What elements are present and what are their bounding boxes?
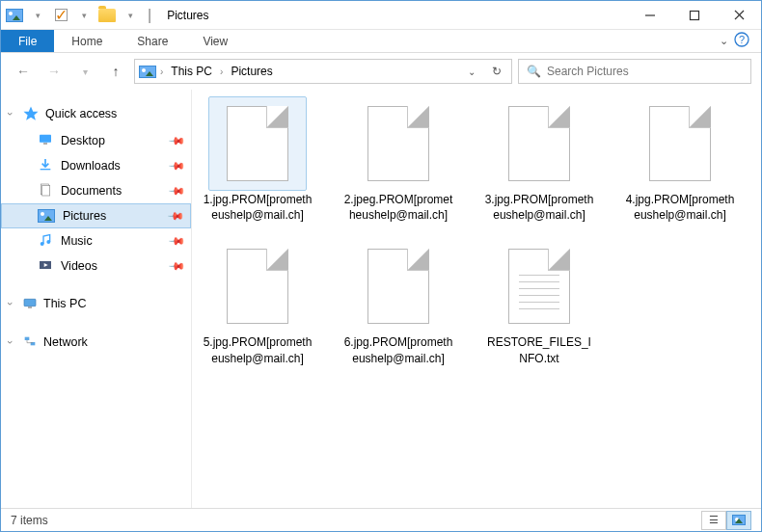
address-dropdown-icon[interactable]: ⌄: [461, 66, 482, 77]
sidebar-item-label: Music: [61, 234, 93, 248]
file-label: 3.jpg.PROM[prometheushelp@mail.ch]: [483, 192, 595, 223]
sidebar-network[interactable]: Network: [1, 331, 191, 356]
file-icon: [491, 240, 587, 332]
location-icon: [139, 66, 156, 78]
documents-icon: [38, 182, 53, 200]
svg-point-12: [41, 242, 44, 246]
svg-marker-6: [24, 107, 39, 120]
svg-rect-8: [43, 143, 47, 144]
file-label: 1.jpg.PROM[prometheushelp@mail.ch]: [202, 192, 313, 223]
app-icon[interactable]: [4, 5, 25, 26]
qat-dropdown-icon[interactable]: ▾: [120, 5, 141, 26]
sidebar-item-label: Videos: [61, 259, 97, 273]
tab-share[interactable]: Share: [120, 30, 185, 52]
checkbox-icon[interactable]: ✓: [50, 5, 71, 26]
file-item[interactable]: RESTORE_FILES_INFO.txt: [483, 240, 595, 365]
tab-view[interactable]: View: [185, 30, 245, 52]
details-view-button[interactable]: ☰: [701, 511, 726, 530]
maximize-button[interactable]: [672, 1, 717, 30]
pin-icon: 📌: [166, 206, 184, 225]
breadcrumb-folder[interactable]: Pictures: [227, 63, 276, 80]
sidebar-quick-access[interactable]: Quick access: [1, 101, 191, 128]
expand-ribbon-icon[interactable]: ⌄: [720, 35, 728, 47]
folder-icon[interactable]: [96, 5, 118, 26]
quick-access-toolbar: ▾ ✓ ▾ ▾: [3, 5, 142, 26]
up-button[interactable]: ↑: [103, 59, 128, 84]
svg-text:?: ?: [739, 34, 745, 45]
sidebar-item-videos[interactable]: Videos📌: [1, 253, 191, 279]
svg-rect-16: [24, 299, 36, 306]
sidebar-this-pc[interactable]: This PC: [1, 292, 191, 317]
pin-icon: 📌: [167, 256, 185, 275]
music-icon: [38, 232, 53, 251]
qat-dropdown-icon[interactable]: ▾: [27, 5, 48, 26]
sidebar-item-desktop[interactable]: Desktop📌: [1, 128, 191, 153]
forward-button[interactable]: →: [41, 59, 67, 84]
close-button[interactable]: [717, 1, 761, 30]
pin-icon: 📌: [167, 156, 185, 174]
videos-icon: [38, 257, 53, 276]
refresh-icon[interactable]: ↻: [486, 65, 507, 78]
svg-rect-9: [41, 169, 51, 170]
file-icon: [209, 240, 306, 332]
pc-icon: [22, 296, 38, 311]
minimize-button[interactable]: [628, 1, 672, 30]
pictures-icon: [38, 209, 55, 223]
sidebar-item-label: Pictures: [63, 209, 106, 223]
address-bar[interactable]: › This PC › Pictures ⌄ ↻: [134, 59, 512, 84]
search-box[interactable]: 🔍: [518, 59, 751, 84]
pin-icon: 📌: [167, 131, 185, 149]
file-item[interactable]: 6.jpg.PROM[prometheushelp@mail.ch]: [342, 240, 454, 365]
file-item[interactable]: 5.jpg.PROM[prometheushelp@mail.ch]: [202, 240, 313, 365]
search-input[interactable]: [547, 65, 743, 78]
file-item[interactable]: 1.jpg.PROM[prometheushelp@mail.ch]: [202, 97, 313, 223]
file-icon: [209, 97, 306, 190]
sidebar-item-music[interactable]: Music📌: [1, 228, 191, 253]
svg-rect-18: [25, 337, 30, 340]
content-area[interactable]: 1.jpg.PROM[prometheushelp@mail.ch]2.jpeg…: [192, 90, 761, 508]
titlebar: ▾ ✓ ▾ ▾ | Pictures: [1, 1, 761, 30]
svg-rect-11: [42, 185, 50, 196]
file-label: 2.jpeg.PROM[prometheushelp@mail.ch]: [342, 192, 454, 223]
ribbon: File Home Share View ⌄ ?: [1, 30, 761, 53]
file-label: RESTORE_FILES_INFO.txt: [483, 334, 595, 365]
help-icon[interactable]: ?: [734, 32, 749, 51]
file-tab[interactable]: File: [1, 30, 54, 52]
tab-home[interactable]: Home: [54, 30, 120, 52]
network-icon: [22, 334, 38, 350]
file-label: 4.jpg.PROM[prometheushelp@mail.ch]: [624, 192, 736, 223]
nav-toolbar: ← → ▾ ↑ › This PC › Pictures ⌄ ↻ 🔍: [1, 53, 761, 90]
sidebar-item-label: Documents: [61, 184, 122, 198]
svg-point-13: [46, 240, 50, 244]
item-count: 7 items: [11, 514, 48, 527]
qat-dropdown-icon[interactable]: ▾: [73, 5, 95, 26]
sidebar-item-downloads[interactable]: Downloads📌: [1, 153, 191, 178]
chevron-right-icon[interactable]: ›: [160, 66, 163, 77]
sidebar-item-documents[interactable]: Documents📌: [1, 178, 191, 203]
window-title: Pictures: [167, 9, 208, 22]
downloads-icon: [38, 157, 53, 175]
icons-view-button[interactable]: [726, 511, 751, 530]
file-item[interactable]: 3.jpg.PROM[prometheushelp@mail.ch]: [483, 97, 595, 223]
desktop-icon: [38, 132, 53, 150]
back-button[interactable]: ←: [11, 59, 36, 84]
pin-icon: 📌: [167, 231, 185, 250]
file-icon: [632, 97, 728, 190]
file-label: 6.jpg.PROM[prometheushelp@mail.ch]: [342, 334, 454, 365]
svg-rect-17: [28, 306, 32, 307]
sidebar-item-label: Downloads: [61, 159, 121, 173]
file-icon: [350, 97, 447, 190]
chevron-right-icon[interactable]: ›: [220, 66, 223, 77]
breadcrumb-root[interactable]: This PC: [167, 63, 216, 80]
search-icon: 🔍: [527, 65, 541, 78]
file-item[interactable]: 2.jpeg.PROM[prometheushelp@mail.ch]: [342, 97, 454, 223]
sidebar-item-pictures[interactable]: Pictures📌: [1, 203, 191, 228]
sidebar-item-label: Desktop: [61, 134, 105, 147]
title-separator: |: [148, 7, 151, 24]
svg-rect-7: [40, 134, 51, 142]
svg-rect-1: [691, 11, 699, 19]
history-dropdown-icon[interactable]: ▾: [72, 59, 97, 84]
sidebar: Quick access Desktop📌Downloads📌Documents…: [1, 90, 192, 508]
file-item[interactable]: 4.jpg.PROM[prometheushelp@mail.ch]: [624, 97, 736, 223]
file-label: 5.jpg.PROM[prometheushelp@mail.ch]: [202, 334, 313, 365]
